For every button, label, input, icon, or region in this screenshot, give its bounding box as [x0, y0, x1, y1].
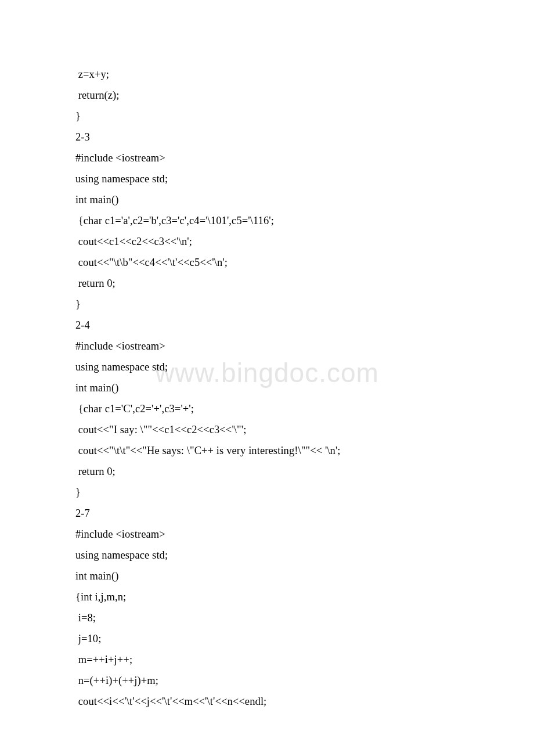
code-line: cout<<"\t\b"<<c4<<'\t'<<c5<<'\n'; — [75, 252, 459, 273]
code-line: z=x+y; — [75, 64, 459, 85]
code-line: using namespace std; — [75, 545, 459, 566]
code-line: } — [75, 106, 459, 127]
code-line: return 0; — [75, 461, 459, 482]
code-line: int main() — [75, 189, 459, 210]
code-line: } — [75, 294, 459, 315]
code-line: {char c1='C',c2='+',c3='+'; — [75, 398, 459, 419]
code-line: #include <iostream> — [75, 336, 459, 357]
code-line: } — [75, 482, 459, 503]
code-line: #include <iostream> — [75, 147, 459, 168]
code-line: {int i,j,m,n; — [75, 586, 459, 607]
code-line: int main() — [75, 566, 459, 586]
code-line: 2-4 — [75, 315, 459, 336]
code-line: cout<<i<<'\t'<<j<<'\t'<<m<<'\t'<<n<<endl… — [75, 691, 459, 712]
code-line: n=(++i)+(++j)+m; — [75, 670, 459, 691]
code-line: cout<<"\t\t"<<"He says: \"C++ is very in… — [75, 440, 459, 461]
code-line: return(z); — [75, 85, 459, 106]
code-line: return 0; — [75, 273, 459, 294]
code-line: cout<<"I say: \""<<c1<<c2<<c3<<'\"'; — [75, 419, 459, 440]
code-line: 2-3 — [75, 127, 459, 147]
code-line: #include <iostream> — [75, 524, 459, 545]
code-line: m=++i+j++; — [75, 649, 459, 670]
code-line: i=8; — [75, 607, 459, 628]
code-line: 2-7 — [75, 503, 459, 524]
code-line: {char c1='a',c2='b',c3='c',c4='\101',c5=… — [75, 210, 459, 231]
code-line: cout<<c1<<c2<<c3<<'\n'; — [75, 231, 459, 252]
code-line: using namespace std; — [75, 168, 459, 189]
code-content: z=x+y; return(z); } 2-3 #include <iostre… — [75, 64, 459, 712]
document-page: z=x+y; return(z); } 2-3 #include <iostre… — [0, 0, 534, 747]
code-line: int main() — [75, 377, 459, 398]
code-line: using namespace std; — [75, 357, 459, 377]
code-line: j=10; — [75, 628, 459, 649]
